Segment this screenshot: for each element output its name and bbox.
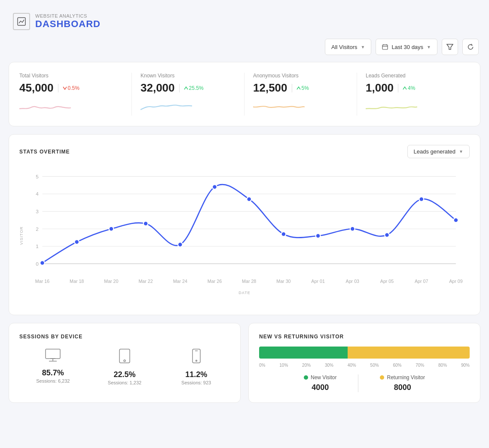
stat-label: Leads Generated xyxy=(366,73,461,79)
stat-item-1: Known Visitors 32,000 25.5% xyxy=(132,73,244,116)
stat-item-0: Total Visitors 45,000 0.5% xyxy=(19,73,132,116)
filter-button[interactable] xyxy=(442,39,458,55)
svg-text:Apr 09: Apr 09 xyxy=(449,279,463,284)
visitor-filter-label: All Visitors xyxy=(331,44,357,50)
svg-point-39 xyxy=(316,233,321,238)
svg-rect-48 xyxy=(119,349,130,363)
device-item-mobile: 11.2% Sessions: 923 xyxy=(162,348,230,385)
app-title: DASHBOARD xyxy=(35,18,101,30)
svg-rect-44 xyxy=(46,349,60,359)
stacked-bar xyxy=(259,347,470,359)
stat-separator xyxy=(58,84,58,92)
svg-point-32 xyxy=(74,239,79,244)
device-sessions: Sessions: 6,232 xyxy=(19,378,87,384)
chevron-down-icon: ▼ xyxy=(459,149,463,154)
line-chart: VISITOR 012345Mar 16Mar 18Mar 20Mar 22Ma… xyxy=(19,167,470,304)
line-chart-svg: 012345Mar 16Mar 18Mar 20Mar 22Mar 24Mar … xyxy=(19,167,470,287)
desktop-icon xyxy=(45,348,61,362)
header-text: Website Analytics DASHBOARD xyxy=(35,13,101,30)
date-filter[interactable]: Last 30 days ▼ xyxy=(376,39,437,55)
svg-text:Mar 24: Mar 24 xyxy=(173,279,187,284)
device-pct: 22.5% xyxy=(91,370,159,379)
svg-text:Mar 30: Mar 30 xyxy=(276,279,290,284)
svg-text:Mar 22: Mar 22 xyxy=(138,279,153,284)
bar-label: 30% xyxy=(325,363,333,368)
new-vs-returning-card: NEW VS RETURNING VISITOR 0%10%20%30%40%5… xyxy=(248,323,480,403)
arrow-up-icon xyxy=(403,86,407,90)
sparkline xyxy=(366,99,417,114)
svg-text:Mar 26: Mar 26 xyxy=(208,279,222,284)
svg-text:Mar 20: Mar 20 xyxy=(104,279,118,284)
toolbar: All Visitors ▼ Last 30 days ▼ xyxy=(9,39,480,55)
svg-marker-5 xyxy=(447,44,453,49)
svg-rect-1 xyxy=(382,45,388,49)
legend-dot xyxy=(380,375,384,380)
legend-label: Returning Visitor xyxy=(387,374,425,380)
filter-icon xyxy=(446,43,453,50)
legend-value: 4000 xyxy=(312,383,329,392)
section-header: STATS OVERTIME Leads generated ▼ xyxy=(19,145,470,158)
svg-rect-50 xyxy=(193,349,200,363)
bar-label: 80% xyxy=(438,363,447,368)
mobile-icon xyxy=(192,348,201,364)
visitor-filter[interactable]: All Visitors ▼ xyxy=(325,39,371,55)
bar-returning-visitor xyxy=(348,347,470,359)
svg-point-38 xyxy=(281,232,286,236)
x-axis-label: DATE xyxy=(19,291,470,295)
svg-text:Apr 03: Apr 03 xyxy=(346,279,360,284)
metric-dropdown[interactable]: Leads generated ▼ xyxy=(407,145,470,158)
refresh-button[interactable] xyxy=(462,39,479,55)
svg-point-33 xyxy=(109,227,114,231)
sparkline xyxy=(141,99,192,114)
svg-point-41 xyxy=(385,233,389,237)
legend-row: New Visitor 4000 Returning Visitor 8000 xyxy=(259,374,470,392)
svg-text:Apr 01: Apr 01 xyxy=(311,279,325,284)
svg-text:1: 1 xyxy=(36,243,39,249)
stat-change: 0.5% xyxy=(63,85,79,91)
svg-text:Apr 07: Apr 07 xyxy=(415,279,428,284)
sparkline xyxy=(19,99,71,114)
stat-value-row: 12,500 5% xyxy=(253,81,348,95)
arrow-down-icon xyxy=(63,86,67,90)
nvr-title: NEW VS RETURNING VISITOR xyxy=(259,334,470,340)
legend-label: New Visitor xyxy=(311,374,336,380)
bar-label: 0% xyxy=(259,363,265,368)
legend-label-row: Returning Visitor xyxy=(380,374,425,380)
bar-labels: 0%10%20%30%40%50%60%70%80%90% xyxy=(259,363,470,368)
svg-point-31 xyxy=(40,261,45,265)
bar-label: 50% xyxy=(370,363,379,368)
stat-change: 4% xyxy=(403,85,415,91)
stat-value-row: 45,000 0.5% xyxy=(19,81,123,95)
bottom-row: SESSIONS BY DEVICE 85.7% Sessions: 6,232… xyxy=(9,323,480,411)
svg-text:Mar 18: Mar 18 xyxy=(70,279,84,284)
stat-value: 12,500 xyxy=(253,81,287,95)
metric-label: Leads generated xyxy=(414,148,456,155)
svg-text:Apr 05: Apr 05 xyxy=(380,279,394,284)
svg-text:0: 0 xyxy=(36,261,39,267)
bar-label: 10% xyxy=(279,363,288,368)
svg-point-34 xyxy=(144,221,148,226)
svg-point-37 xyxy=(247,197,251,202)
section-title: STATS OVERTIME xyxy=(19,149,70,155)
stat-value: 1,000 xyxy=(366,81,394,95)
stat-separator xyxy=(292,84,292,92)
device-icon xyxy=(162,348,230,367)
legend-value: 8000 xyxy=(394,383,411,392)
device-icon xyxy=(19,348,87,365)
header: Website Analytics DASHBOARD xyxy=(9,9,480,39)
svg-point-36 xyxy=(212,184,217,189)
svg-point-43 xyxy=(454,218,458,223)
legend-divider xyxy=(358,374,358,392)
stat-change: 25.5% xyxy=(184,85,204,91)
y-axis-label: VISITOR xyxy=(19,227,24,245)
legend-dot xyxy=(304,375,308,380)
tablet-icon xyxy=(119,348,131,364)
svg-point-51 xyxy=(196,360,197,362)
stat-value: 45,000 xyxy=(19,81,54,95)
chevron-down-icon: ▼ xyxy=(361,45,365,49)
stats-overtime-card: STATS OVERTIME Leads generated ▼ VISITOR… xyxy=(9,134,480,315)
bar-new-visitor xyxy=(259,347,348,359)
stat-label: Known Visitors xyxy=(141,73,235,79)
sessions-device-card: SESSIONS BY DEVICE 85.7% Sessions: 6,232… xyxy=(9,323,241,403)
sessions-title: SESSIONS BY DEVICE xyxy=(19,334,230,340)
